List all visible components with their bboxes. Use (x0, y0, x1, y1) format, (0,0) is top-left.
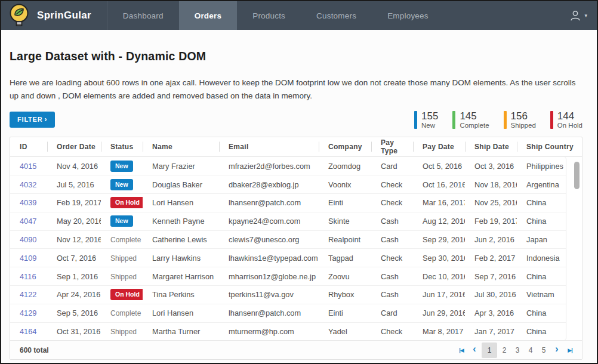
cell-id: 4032 (10, 180, 47, 189)
table-body-wrapper: 4015Nov 4, 2016NewMary Fraziermfrazier2d… (10, 156, 582, 340)
brand-name: SprinGular (37, 10, 91, 21)
cell-pay_date: Jun 17, 2016 (413, 290, 465, 299)
cell-id: 4109 (10, 254, 47, 263)
cell-pay_date: Mar 8, 2017 (413, 327, 465, 336)
cell-pay_date: Jun 29, 2016 (413, 309, 465, 317)
order-id-link[interactable]: 4039 (20, 198, 36, 207)
cell-status: On Hold (101, 289, 143, 300)
cell-pay_date: Sep 29, 2016 (413, 235, 465, 244)
cell-ship_date: Oct 3, 2016 (465, 162, 517, 171)
table-body[interactable]: 4015Nov 4, 2016NewMary Fraziermfrazier2d… (10, 157, 566, 340)
column-header-id[interactable]: ID (10, 143, 47, 151)
cell-email: lhansenr@patch.com (219, 309, 319, 317)
column-header-company[interactable]: Company (319, 143, 371, 151)
last-page-button[interactable]: ▶| (564, 344, 576, 357)
cell-company: Voonix (319, 180, 371, 189)
cell-id: 4164 (10, 327, 47, 336)
order-id-link[interactable]: 4109 (20, 254, 36, 263)
page-button-3[interactable]: 3 (511, 344, 523, 357)
cell-order_date: May 20, 2016 (47, 217, 101, 226)
cell-id: 4129 (10, 309, 47, 317)
cell-status: Shipped (101, 272, 143, 281)
cell-ship_date: Feb 2, 2017 (465, 254, 517, 263)
cell-company: Einti (319, 198, 371, 207)
column-header-ship-country[interactable]: Ship Country (517, 143, 582, 151)
column-header-ship-date[interactable]: Ship Date (465, 143, 517, 151)
cell-pay_date: Aug 12, 2016 (413, 217, 465, 226)
cell-name: Martha Turner (143, 327, 219, 336)
nav-item-dashboard[interactable]: Dashboard (107, 1, 179, 30)
toolbar: FILTER› 155New145Complete156Shipped144On… (10, 111, 582, 129)
next-page-button[interactable]: › (551, 344, 563, 357)
column-header-email[interactable]: Email (219, 143, 319, 151)
table-row[interactable]: 4039Feb 19, 2017On HoldLori Hansenlhanse… (10, 194, 566, 212)
stat-text: 145Complete (460, 111, 489, 129)
nav-item-orders[interactable]: Orders (179, 1, 237, 30)
cell-order_date: Nov 12, 2016 (47, 235, 101, 244)
cell-company: Zoovu (319, 272, 371, 281)
order-id-link[interactable]: 4047 (20, 217, 36, 226)
page-button-5[interactable]: 5 (538, 344, 550, 357)
cell-id: 4116 (10, 272, 47, 281)
total-count-label: 600 total (20, 346, 49, 354)
main-nav: DashboardOrdersProductsCustomersEmployee… (107, 1, 444, 30)
order-id-link[interactable]: 4090 (20, 235, 36, 244)
table-row[interactable]: 4090Nov 12, 2016CompleteCatherine Lewisc… (10, 231, 566, 249)
cell-email: lhawkins1e@typepad.com (219, 254, 319, 263)
cell-company: Einti (319, 309, 371, 317)
cell-status: Complete (101, 235, 143, 244)
table-row[interactable]: 4032Jul 5, 2016NewDouglas Bakerdbaker28@… (10, 175, 566, 194)
table-scrollbar-thumb[interactable] (574, 162, 579, 189)
status-summary: 155New145Complete156Shipped144On Hold (414, 111, 582, 129)
table-row[interactable]: 4109Oct 7, 2016ShippedLarry Hawkinslhawk… (10, 249, 566, 267)
nav-item-employees[interactable]: Employees (372, 1, 444, 30)
cell-status: New (101, 161, 143, 172)
cell-ship_date: Jan 7, 2017 (465, 327, 517, 336)
table-row[interactable]: 4164Oct 31, 2016ShippedMartha Turnermtur… (10, 323, 566, 341)
first-page-button[interactable]: |◀ (455, 344, 467, 357)
column-header-status[interactable]: Status (101, 143, 143, 151)
cell-pay_type: Cash (371, 235, 413, 244)
previous-page-button[interactable]: ‹ (468, 344, 480, 357)
order-id-link[interactable]: 4116 (20, 272, 36, 281)
cell-ship_date: Nov 25, 2016 (465, 198, 517, 207)
cell-name: Margaret Harrison (143, 272, 219, 281)
user-menu-button[interactable]: ▾ (569, 9, 587, 22)
filter-button[interactable]: FILTER› (10, 112, 55, 128)
column-header-pay-type[interactable]: Pay Type (371, 138, 413, 155)
table-row[interactable]: 4047May 20, 2016NewKenneth Paynekpayne24… (10, 212, 566, 231)
stat-color-bar (414, 111, 417, 129)
table-row[interactable]: 4129Sep 5, 2016CompleteLori Hansenlhanse… (10, 304, 566, 323)
table-row[interactable]: 4122Apr 24, 2016On HoldTina Perkinstperk… (10, 286, 566, 304)
cell-email: tperkins11@va.gov (219, 290, 319, 299)
cell-status: New (101, 215, 143, 227)
cell-ship_country: China (517, 327, 566, 336)
page-button-1[interactable]: 1 (482, 343, 497, 358)
chevron-down-icon: ▾ (584, 13, 587, 18)
page-button-4[interactable]: 4 (525, 344, 537, 357)
user-icon (569, 9, 582, 22)
column-header-pay-date[interactable]: Pay Date (413, 143, 465, 151)
column-header-order-date[interactable]: Order Date (47, 143, 101, 151)
nav-item-customers[interactable]: Customers (301, 1, 372, 30)
order-id-link[interactable]: 4129 (20, 309, 36, 317)
stat-shipped: 156Shipped (504, 111, 536, 129)
cell-status: Shipped (101, 254, 143, 263)
order-id-link[interactable]: 4164 (20, 327, 36, 336)
table-row[interactable]: 4015Nov 4, 2016NewMary Fraziermfrazier2d… (10, 157, 566, 175)
status-text: Shipped (110, 254, 137, 263)
cell-order_date: Nov 4, 2016 (47, 162, 101, 171)
order-id-link[interactable]: 4122 (20, 290, 36, 299)
column-header-name[interactable]: Name (143, 143, 219, 151)
cell-pay_type: Check (371, 198, 413, 207)
cell-pay_type: Card (371, 162, 413, 171)
brand[interactable]: SprinGular (1, 1, 100, 30)
order-id-link[interactable]: 4032 (20, 180, 36, 189)
top-navbar: SprinGular DashboardOrdersProductsCustom… (1, 1, 597, 30)
cell-email: lhansenr@patch.com (219, 198, 319, 207)
cell-pay_date: Sep 30, 2016 (413, 254, 465, 263)
nav-item-products[interactable]: Products (237, 1, 301, 30)
table-row[interactable]: 4116Sep 1, 2016ShippedMargaret Harrisonm… (10, 267, 566, 286)
page-button-2[interactable]: 2 (498, 344, 510, 357)
order-id-link[interactable]: 4015 (20, 162, 36, 171)
